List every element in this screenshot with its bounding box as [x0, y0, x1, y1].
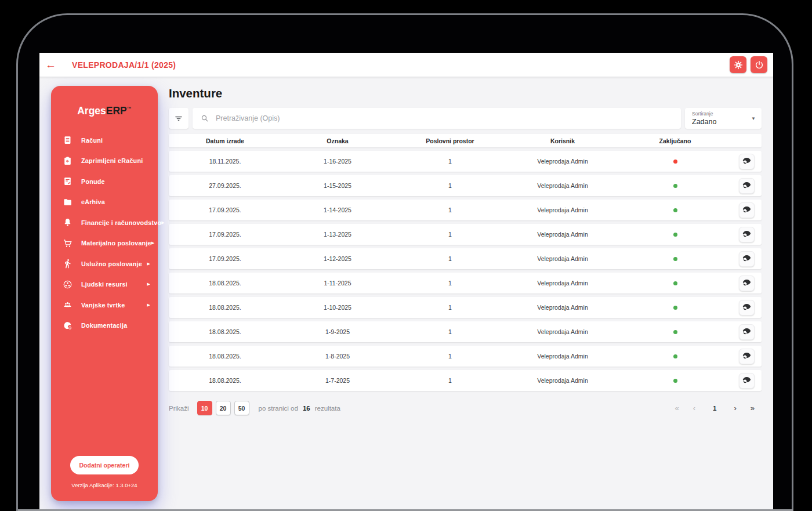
column-header: Poslovni prostor — [394, 137, 506, 144]
cell-oznaka: 1-14-2025 — [281, 206, 394, 213]
offers-icon — [63, 176, 72, 186]
sidebar-item-ra-uni[interactable]: Računi — [51, 130, 158, 151]
folder-icon — [63, 197, 72, 207]
sidebar-item-financije-i-ra-unovodstvo[interactable]: Financije i računovodstvo ▶ — [51, 212, 158, 233]
sort-dropdown[interactable]: Sortiranje Zadano ▼ — [685, 108, 762, 129]
search-input[interactable] — [216, 114, 673, 122]
cell-poslovni-prostor: 1 — [394, 182, 506, 189]
view-row-button[interactable] — [739, 300, 755, 316]
cell-oznaka: 1-10-2025 — [281, 304, 394, 311]
cell-oznaka: 1-12-2025 — [281, 255, 394, 262]
table-row[interactable]: 17.09.2025. 1-12-2025 1 Veleprodaja Admi… — [169, 248, 762, 269]
eye-icon — [742, 180, 751, 191]
gear-icon — [733, 60, 744, 70]
status-dot — [673, 306, 677, 310]
table-row[interactable]: 17.09.2025. 1-14-2025 1 Veleprodaja Admi… — [169, 200, 762, 220]
filter-icon — [173, 113, 184, 124]
back-button[interactable]: ← — [45, 59, 60, 71]
sidebar-item-ponude[interactable]: Ponude — [51, 171, 158, 192]
page-size-20-button[interactable]: 20 — [216, 401, 231, 415]
pagination-bar: Prikaži 102050 po stranici od 16 rezulta… — [169, 401, 762, 415]
cell-datum-izrade: 18.08.2025. — [169, 304, 281, 311]
table-row[interactable]: 18.08.2025. 1-10-2025 1 Veleprodaja Admi… — [169, 297, 762, 318]
eye-icon — [742, 375, 751, 386]
page-size-50-button[interactable]: 50 — [234, 401, 249, 415]
page-title: Inventure — [169, 86, 762, 100]
last-page-button[interactable]: » — [744, 404, 762, 412]
sidebar-item-vanjske-tvrtke[interactable]: Vanjske tvrtke ▶ — [51, 295, 158, 316]
eye-icon — [742, 351, 751, 361]
sidebar-item-earhiva[interactable]: eArhiva — [51, 192, 158, 213]
cell-poslovni-prostor: 1 — [394, 206, 506, 213]
cell-oznaka: 1-13-2025 — [281, 231, 394, 238]
invoice-icon — [63, 135, 72, 145]
filter-button[interactable] — [169, 108, 188, 129]
cell-poslovni-prostor: 1 — [394, 304, 506, 311]
bell-icon — [63, 218, 72, 227]
status-dot — [673, 208, 677, 212]
column-header: Zaključano — [619, 137, 731, 144]
logo-part-1: Arges — [77, 105, 106, 117]
first-page-button[interactable]: « — [668, 404, 686, 412]
sidebar: ArgesERP™ Računi Zaprimljeni eRačuni Pon… — [51, 86, 158, 501]
table-body: 18.11.2025. 1-16-2025 1 Veleprodaja Admi… — [169, 151, 762, 391]
sidebar-item-zaprimljeni-era-uni[interactable]: Zaprimljeni eRačuni — [51, 151, 158, 172]
main-panel: Inventure Sortiranje Zadano ▼ Datum izra… — [169, 77, 762, 415]
cell-korisnik: Veleprodaja Admin — [506, 255, 619, 262]
table-row[interactable]: 27.09.2025. 1-15-2025 1 Veleprodaja Admi… — [169, 175, 762, 196]
sidebar-item-uslu-no-poslovanje[interactable]: Uslužno poslovanje ▶ — [51, 253, 158, 274]
cell-korisnik: Veleprodaja Admin — [506, 280, 619, 287]
view-row-button[interactable] — [739, 178, 755, 194]
additional-operators-button[interactable]: Dodatni operateri — [70, 456, 139, 474]
page-size-group: 102050 — [197, 401, 253, 415]
cell-datum-izrade: 18.08.2025. — [169, 280, 281, 287]
view-row-button[interactable] — [739, 154, 755, 169]
view-row-button[interactable] — [739, 373, 755, 389]
sidebar-item-ljudski-resursi[interactable]: Ljudski resursi ▶ — [51, 274, 158, 295]
cell-poslovni-prostor: 1 — [394, 231, 506, 238]
breadcrumb-title: VELEPRODAJA/1/1 (2025) — [72, 60, 176, 70]
next-page-button[interactable]: › — [727, 404, 743, 412]
table-controls: Sortiranje Zadano ▼ — [169, 108, 762, 129]
prev-page-button[interactable]: ‹ — [686, 404, 702, 412]
cell-datum-izrade: 27.09.2025. — [169, 182, 281, 189]
page-size-middle-text: po stranici od — [259, 405, 298, 412]
group-work-icon — [63, 280, 72, 289]
table-row[interactable]: 18.08.2025. 1-7-2025 1 Veleprodaja Admin — [169, 370, 762, 391]
received-invoice-icon — [63, 156, 72, 166]
cell-oznaka: 1-8-2025 — [281, 353, 394, 360]
cell-poslovni-prostor: 1 — [394, 255, 506, 262]
eye-icon — [742, 278, 751, 288]
table-row[interactable]: 18.11.2025. 1-16-2025 1 Veleprodaja Admi… — [169, 151, 762, 172]
view-row-button[interactable] — [739, 227, 755, 242]
sidebar-footer: Dodatni operateri Verzija Aplikacije: 1.… — [51, 456, 158, 501]
status-dot — [673, 184, 677, 188]
run-icon — [63, 259, 72, 269]
chevron-right-icon: ▶ — [151, 241, 154, 245]
settings-button[interactable] — [730, 56, 746, 73]
view-row-button[interactable] — [739, 349, 755, 364]
sidebar-item-materijalno-poslovanje[interactable]: Materijalno poslovanje ▶ — [51, 233, 158, 254]
sidebar-item-dokumentacija[interactable]: Dokumentacija — [51, 316, 158, 336]
cell-datum-izrade: 18.08.2025. — [169, 353, 281, 360]
chevron-down-icon: ▼ — [751, 116, 756, 121]
table-row[interactable]: 18.08.2025. 1-11-2025 1 Veleprodaja Admi… — [169, 273, 762, 293]
page-size-10-button[interactable]: 10 — [197, 401, 212, 415]
cell-korisnik: Veleprodaja Admin — [506, 304, 619, 311]
table-row[interactable]: 18.08.2025. 1-9-2025 1 Veleprodaja Admin — [169, 321, 762, 342]
table-row[interactable]: 17.09.2025. 1-13-2025 1 Veleprodaja Admi… — [169, 224, 762, 245]
view-row-button[interactable] — [739, 251, 755, 267]
companies-icon — [63, 300, 72, 310]
cell-datum-izrade: 18.08.2025. — [169, 328, 281, 335]
table-header: Datum izradeOznakaPoslovni prostorKorisn… — [169, 134, 762, 147]
chevron-right-icon: ▶ — [161, 220, 164, 225]
view-row-button[interactable] — [739, 324, 755, 340]
table-row[interactable]: 18.08.2025. 1-8-2025 1 Veleprodaja Admin — [169, 346, 762, 367]
logout-button[interactable] — [751, 56, 767, 73]
view-row-button[interactable] — [739, 276, 755, 291]
sidebar-menu: Računi Zaprimljeni eRačuni Ponude eArhiv… — [51, 130, 158, 336]
view-row-button[interactable] — [739, 202, 755, 218]
status-dot — [673, 233, 677, 237]
power-icon — [754, 60, 764, 70]
cell-poslovni-prostor: 1 — [394, 280, 506, 287]
